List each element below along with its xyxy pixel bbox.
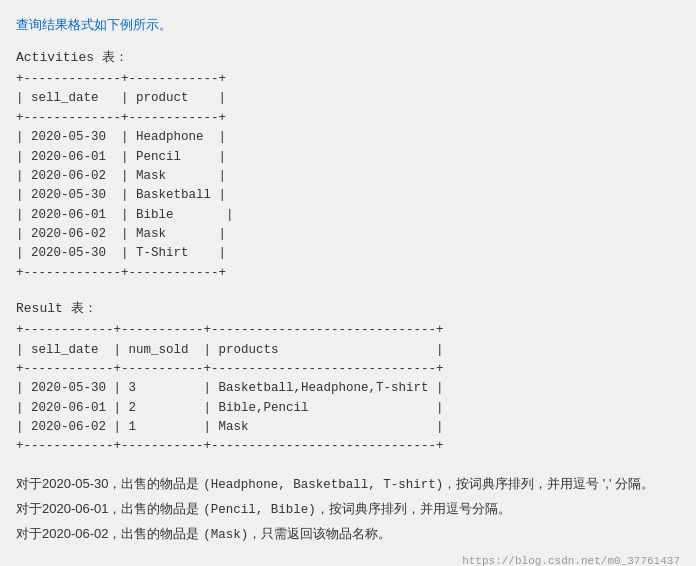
activities-table: +-------------+------------+ | sell_date… — [16, 70, 680, 283]
desc-code-2: (Pencil, Bible) — [203, 503, 316, 517]
result-label: Result 表： — [16, 299, 680, 317]
desc-line-3: 对于2020-06-02，出售的物品是 (Mask)，只需返回该物品名称。 — [16, 523, 680, 546]
desc-line-1: 对于2020-05-30，出售的物品是 (Headphone, Basketba… — [16, 473, 680, 496]
result-section: Result 表： +------------+-----------+----… — [16, 299, 680, 457]
intro-text: 查询结果格式如下例所示。 — [16, 16, 680, 34]
desc-line-2: 对于2020-06-01，出售的物品是 (Pencil, Bible)，按词典序… — [16, 498, 680, 521]
footer-link: https://blog.csdn.net/m0_37761437 — [16, 555, 680, 567]
result-table: +------------+-----------+--------------… — [16, 321, 680, 457]
desc-code-3: (Mask) — [203, 528, 248, 542]
activities-label: Activities 表： — [16, 48, 680, 66]
activities-section: Activities 表： +-------------+-----------… — [16, 48, 680, 283]
description-section: 对于2020-05-30，出售的物品是 (Headphone, Basketba… — [16, 473, 680, 547]
desc-code-1: (Headphone, Basketball, T-shirt) — [203, 478, 443, 492]
